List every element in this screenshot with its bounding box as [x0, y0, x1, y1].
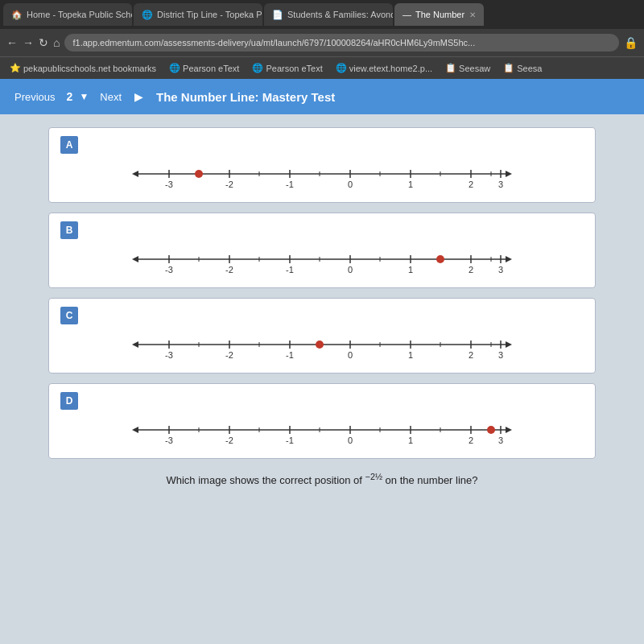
next-arrow-icon: ▶: [134, 90, 143, 103]
tab-number-close[interactable]: ✕: [469, 10, 476, 19]
svg-marker-1: [132, 171, 138, 177]
svg-text:1: 1: [408, 350, 413, 360]
svg-text:3: 3: [498, 265, 503, 275]
question-suffix: on the number line?: [386, 474, 478, 486]
svg-text:0: 0: [348, 180, 353, 189]
bookmark-view[interactable]: 🌐 view.etext.home2.p...: [331, 61, 437, 75]
address-bar: ← → ↻ ⌂ 🔒: [0, 29, 644, 56]
tab-home-label: Home - Topeka Public Schools: [27, 10, 132, 19]
svg-text:-1: -1: [286, 265, 294, 275]
bookmark-pearson1-label: Pearson eText: [183, 64, 239, 73]
svg-text:3: 3: [498, 180, 503, 189]
svg-marker-73: [132, 427, 138, 433]
tab-home-icon: 🏠: [11, 10, 23, 20]
svg-text:2: 2: [469, 180, 473, 189]
svg-text:-1: -1: [286, 180, 294, 189]
number-line-b-svg: -3 -2 -1 0 1 2 3: [60, 247, 584, 279]
svg-text:1: 1: [408, 436, 413, 445]
bookmark-schools-label: pekapublicschools.net bookmarks: [23, 64, 156, 73]
svg-marker-2: [506, 171, 512, 177]
svg-text:-1: -1: [286, 436, 294, 445]
tab-district-label: District Tip Line - Topeka Public: [157, 10, 262, 19]
forward-button[interactable]: →: [23, 36, 34, 49]
svg-text:1: 1: [408, 265, 413, 275]
option-d[interactable]: D -3 -2 -1 0 1: [48, 383, 596, 459]
svg-text:0: 0: [348, 350, 353, 360]
tab-students-label: Students & Families: Avondale S: [287, 10, 393, 19]
svg-point-95: [487, 426, 495, 434]
bookmark-seesaw1[interactable]: 📋 Seesaw: [440, 61, 495, 75]
bookmark-pearson1[interactable]: 🌐 Pearson eText: [164, 61, 244, 75]
bookmark-schools-icon: ⭐: [10, 63, 21, 73]
tab-district-icon: 🌐: [142, 10, 153, 20]
svg-marker-49: [132, 341, 138, 348]
home-button[interactable]: ⌂: [53, 36, 60, 49]
bookmark-seesaw2[interactable]: 📋 Seesa: [498, 61, 547, 75]
tab-number-icon: —: [402, 10, 411, 19]
number-line-d-svg: -3 -2 -1 0 1 2 3: [60, 418, 584, 450]
svg-text:2: 2: [469, 265, 473, 275]
tab-district[interactable]: 🌐 District Tip Line - Topeka Public ✕: [134, 3, 262, 26]
back-button[interactable]: ←: [6, 36, 18, 49]
svg-text:-1: -1: [286, 350, 294, 360]
svg-marker-26: [506, 256, 512, 262]
svg-point-23: [195, 170, 203, 178]
option-a-label: A: [60, 136, 78, 154]
svg-text:-2: -2: [225, 436, 233, 445]
number-line-c-svg: -3 -2 -1 0 1 2 3: [60, 332, 584, 365]
svg-text:0: 0: [348, 265, 353, 275]
question-text-main: Which image shows the correct position o…: [166, 474, 362, 486]
tab-number[interactable]: — The Number ✕: [394, 3, 484, 26]
svg-text:-3: -3: [165, 436, 173, 445]
previous-button[interactable]: Previous: [10, 88, 60, 106]
svg-text:-2: -2: [225, 265, 233, 275]
next-button[interactable]: Next: [95, 88, 126, 106]
tab-home[interactable]: 🏠 Home - Topeka Public Schools ✕: [3, 3, 132, 26]
bookmark-seesaw2-label: Seesa: [517, 64, 542, 73]
svg-text:3: 3: [498, 436, 503, 445]
svg-point-47: [436, 255, 444, 263]
lock-icon: 🔒: [624, 36, 638, 49]
svg-text:1: 1: [408, 180, 413, 189]
option-c-label: C: [60, 307, 78, 324]
bookmark-schools[interactable]: ⭐ pekapublicschools.net bookmarks: [5, 61, 161, 75]
number-line-a: -3 -2 -1 0 1: [60, 162, 584, 194]
address-input[interactable]: [64, 34, 619, 52]
svg-text:-3: -3: [165, 350, 173, 360]
number-line-b: -3 -2 -1 0 1 2 3: [60, 247, 584, 279]
tab-students-icon: 📄: [272, 10, 283, 20]
svg-text:-3: -3: [165, 265, 173, 275]
svg-marker-74: [506, 427, 512, 433]
bookmark-view-icon: 🌐: [336, 63, 347, 73]
question-value: −2½: [365, 472, 382, 481]
svg-text:-3: -3: [165, 180, 173, 189]
tab-students[interactable]: 📄 Students & Families: Avondale S ✕: [264, 3, 393, 26]
refresh-button[interactable]: ↻: [39, 36, 48, 49]
tab-number-label: The Number: [415, 10, 464, 19]
bookmark-seesaw1-label: Seesaw: [459, 64, 490, 73]
svg-text:2: 2: [469, 436, 473, 445]
tab-bar: 🏠 Home - Topeka Public Schools ✕ 🌐 Distr…: [0, 0, 644, 29]
svg-text:2: 2: [469, 350, 473, 360]
question-text: Which image shows the correct position o…: [166, 472, 477, 486]
bookmark-seesaw2-icon: 📋: [503, 63, 514, 73]
svg-marker-50: [506, 341, 512, 348]
number-line-a-svg: -3 -2 -1 0 1: [60, 162, 584, 194]
svg-text:0: 0: [348, 436, 353, 445]
option-d-label: D: [60, 392, 78, 410]
svg-text:-2: -2: [225, 180, 233, 189]
option-a[interactable]: A -3 -2 -1: [48, 127, 596, 203]
svg-marker-25: [132, 256, 138, 262]
svg-point-71: [316, 341, 324, 349]
question-dropdown-icon[interactable]: ▼: [79, 91, 89, 102]
question-number: 2: [67, 90, 73, 103]
bookmark-pearson2[interactable]: 🌐 Pearson eText: [247, 61, 327, 75]
bookmark-pearson1-icon: 🌐: [169, 63, 180, 73]
bookmark-seesaw1-icon: 📋: [445, 63, 456, 73]
page-toolbar: Previous 2 ▼ Next ▶ The Number Line: Mas…: [0, 79, 644, 114]
option-b[interactable]: B -3 -2 -1 0 1: [48, 213, 596, 288]
svg-text:3: 3: [498, 350, 503, 360]
bookmark-pearson2-icon: 🌐: [252, 63, 263, 73]
number-line-d: -3 -2 -1 0 1 2 3: [60, 418, 584, 450]
option-c[interactable]: C -3 -2 -1 0 1: [48, 298, 596, 374]
